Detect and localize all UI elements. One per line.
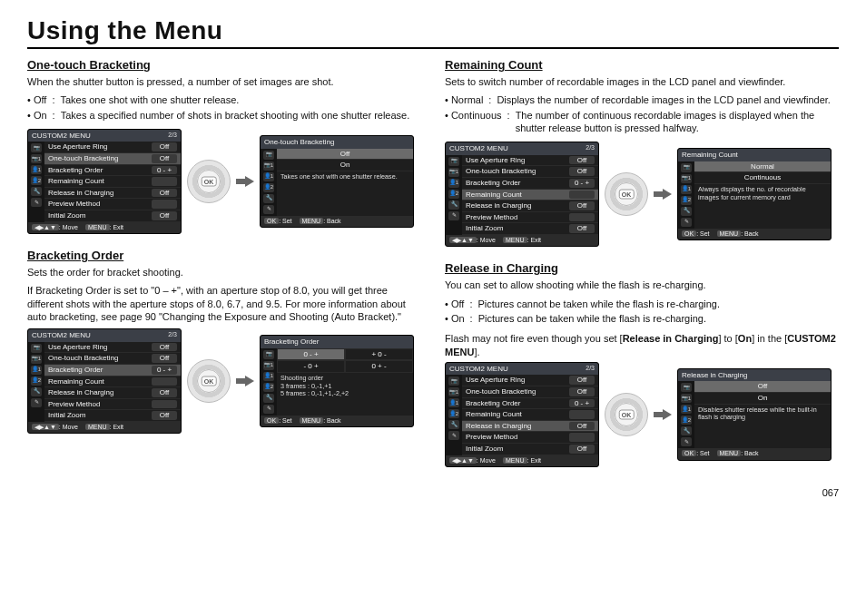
mode-icon: 👤1 [448,398,459,407]
option-cell[interactable]: 0 - + [277,348,345,361]
footer-hint: MENU: Back [717,450,759,457]
figure-bracketing: CUSTOM2 MENU2/3📷📷1👤1👤2🔧✎Use Aperture Rin… [27,328,421,434]
option-row[interactable]: Normal [694,161,831,173]
menu-row[interactable]: Use Aperture RingOff [462,155,598,167]
menu-row[interactable]: Release in ChargingOff [44,387,181,399]
footer-hint: MENU: Exit [503,457,541,464]
key-label: : Set [279,218,291,224]
menu-row[interactable]: Remaining Count [462,409,598,421]
footer-hint: MENU: Back [300,218,341,225]
menu-row-label: Use Aperture Ring [48,343,152,352]
menu-row-value: Off [569,156,595,165]
menu-row[interactable]: Bracketing Order0 - + [44,165,181,177]
bullet: • On:Pictures can be taken while the fla… [445,312,839,325]
menu-row-value: Off [152,189,177,198]
footer-hint: OK: Set [682,230,710,238]
menu-row[interactable]: One-touch BracketingOff [462,166,598,178]
arrow-icon [236,176,254,187]
mode-icon: 👤2 [448,409,459,418]
menu-row[interactable]: One-touch BracketingOff [44,153,181,165]
menu-row-label: Use Aperture Ring [466,156,569,165]
menu-row-label: Initial Zoom [466,224,569,233]
menu-row[interactable]: Preview Method [44,399,181,411]
option-grid: 0 - ++ 0 -- 0 +0 + - [277,348,413,373]
lcd-sidebar: 📷📷1👤1👤2🔧✎ [678,161,694,229]
menu-row[interactable]: Bracketing Order0 - + [44,365,181,376]
menu-row[interactable]: Bracketing Order0 - + [462,398,598,410]
heading-release: Release in Charging [445,261,839,275]
mode-icon: ✎ [263,405,274,414]
option-desc: Shooting order3 frames : 0,-1,+15 frames… [277,373,413,400]
note-text: ]. [474,347,479,357]
option-row[interactable]: Off [694,381,831,393]
menu-row[interactable]: Preview Method [462,432,598,444]
lcd-sidebar: 📷📷1👤1👤2🔧✎ [446,375,462,455]
menu-row[interactable]: Remaining Count [44,376,181,388]
figure-release: CUSTOM2 MENU2/3📷📷1👤1👤2🔧✎Use Aperture Rin… [445,362,839,467]
lcd-sidebar: 📷📷1👤1👤2🔧✎ [28,142,44,221]
key-icon: MENU [717,450,742,456]
intro-release: You can set to allow shooting while the … [445,279,839,291]
mode-icon: 👤1 [263,372,274,381]
lcd-footer: ◀▶▲▼: MoveMENU: Exit [28,422,181,433]
menu-row-value: Off [152,343,177,352]
para-bracketing: If Bracketing Order is set to "0 – +", w… [27,284,421,323]
menu-row[interactable]: Use Aperture RingOff [44,142,181,153]
option-row[interactable]: Continuous [694,172,831,184]
footer-hint: ◀▶▲▼: Move [449,237,496,244]
key-icon: OK [682,230,696,237]
menu-row[interactable]: One-touch BracketingOff [44,353,181,365]
footer-hint: MENU: Exit [85,224,123,231]
key-label: : Move [59,424,78,430]
mode-icon: 📷 [681,163,692,172]
lcd-menu-bracketing: CUSTOM2 MENU2/3📷📷1👤1👤2🔧✎Use Aperture Rin… [27,328,182,434]
menu-row[interactable]: Release in ChargingOff [44,188,181,200]
mode-icon: ✎ [681,218,692,227]
menu-row-value: Off [152,142,177,152]
option-desc: Takes one shot with one shutter release. [277,171,413,183]
option-cell[interactable]: + 0 - [345,348,413,361]
lcd-body: 📷📷1👤1👤2🔧✎OffOnDisables shutter release w… [678,381,831,448]
lcd-page: 2/3 [586,365,595,374]
menu-row[interactable]: Preview Method [44,199,181,210]
lcd-title: CUSTOM2 MENU2/3 [28,130,181,142]
option-row[interactable]: Off [277,149,413,161]
menu-row[interactable]: Initial ZoomOff [462,223,598,235]
option-row[interactable]: On [277,160,413,171]
note-text: Flash may not fire even though you set [ [445,333,623,344]
menu-row-label: Initial Zoom [466,445,569,454]
mode-icon: 👤2 [263,383,274,392]
mode-icon: 📷 [263,151,274,160]
lcd-title-text: One-touch Bracketing [264,138,334,147]
mode-icon: 🔧 [263,394,274,403]
ok-dial-icon: OK [605,393,648,436]
menu-row[interactable]: Use Aperture RingOff [462,375,598,386]
key-icon: MENU [300,218,324,224]
mode-icon: 🔧 [681,426,692,435]
menu-row[interactable]: Bracketing Order0 - + [462,178,598,190]
mode-icon: 🔧 [448,200,459,210]
lcd-detail-onetouch: One-touch Bracketing📷📷1👤1👤2🔧✎OffOnTakes … [260,135,414,228]
lcd-sidebar: 📷📷1👤1👤2🔧✎ [446,155,462,235]
menu-row[interactable]: Initial ZoomOff [44,210,181,222]
lcd-body: 📷📷1👤1👤2🔧✎OffOnTakes one shot with one sh… [261,149,413,216]
option-cell[interactable]: - 0 + [277,360,345,373]
menu-row[interactable]: One-touch BracketingOff [462,386,598,398]
menu-row[interactable]: Remaining Count [462,190,598,201]
left-column: One-touch Bracketing When the shutter bu… [27,58,421,482]
menu-row[interactable]: Initial ZoomOff [44,410,181,422]
option-row[interactable]: On [694,393,831,405]
option-cell[interactable]: 0 + - [345,360,413,373]
mode-icon: 👤2 [263,183,274,192]
bullet-text: Pictures cannot be taken while the flash… [477,298,720,310]
menu-row[interactable]: Remaining Count [44,176,181,188]
mode-icon: 📷1 [448,387,459,396]
key-label: : Exit [110,224,124,230]
menu-row[interactable]: Preview Method [462,212,598,224]
menu-row[interactable]: Initial ZoomOff [462,444,598,455]
menu-row[interactable]: Release in ChargingOff [462,421,598,433]
menu-row[interactable]: Release in ChargingOff [462,200,598,212]
menu-row[interactable]: Use Aperture RingOff [44,342,181,354]
lcd-body: 📷📷1👤1👤2🔧✎Use Aperture RingOffOne-touch B… [446,155,598,235]
key-label: : Exit [527,237,542,243]
